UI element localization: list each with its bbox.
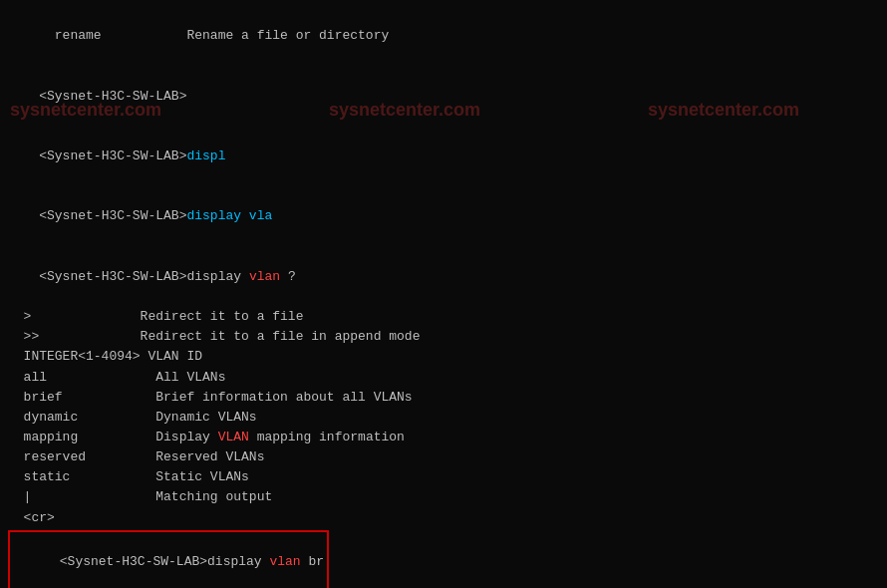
line-opt-static: static Static VLANs (8, 467, 879, 487)
line-displ: <Sysnet-H3C-SW-LAB>displ (8, 127, 879, 186)
line-opt-brief: brief Brief information about all VLANs (8, 388, 879, 408)
line-rename: rename Rename a file or directory (8, 6, 879, 66)
line-display-vla: <Sysnet-H3C-SW-LAB>display vla (8, 186, 879, 246)
line-opt-dynamic: dynamic Dynamic VLANs (8, 408, 879, 428)
line-opt-gtgt: >> Redirect it to a file in append mode (8, 327, 879, 347)
selected-command-block: <Sysnet-H3C-SW-LAB>display vlan br Brief… (8, 530, 329, 588)
line-opt-gt: > Redirect it to a file (8, 307, 879, 327)
line-opt-reserved: reserved Reserved VLANs (8, 447, 879, 467)
line-opt-pipe: | Matching output (8, 487, 879, 507)
terminal-window: sysnetcenter.com sysnetcenter.com sysnet… (0, 0, 887, 588)
line-display-vlan-q: <Sysnet-H3C-SW-LAB>display vlan ? (8, 247, 879, 307)
line-opt-all: all All VLANs (8, 368, 879, 388)
line-opt-mapping: mapping Display VLAN mapping information (8, 428, 879, 447)
line-display-vlan-br: <Sysnet-H3C-SW-LAB>display vlan br (13, 532, 324, 588)
line-opt-integer: INTEGER<1-4094> VLAN ID (8, 347, 879, 367)
line-opt-cr: <cr> (8, 508, 879, 528)
line-prompt-1: <Sysnet-H3C-SW-LAB> (8, 66, 879, 126)
